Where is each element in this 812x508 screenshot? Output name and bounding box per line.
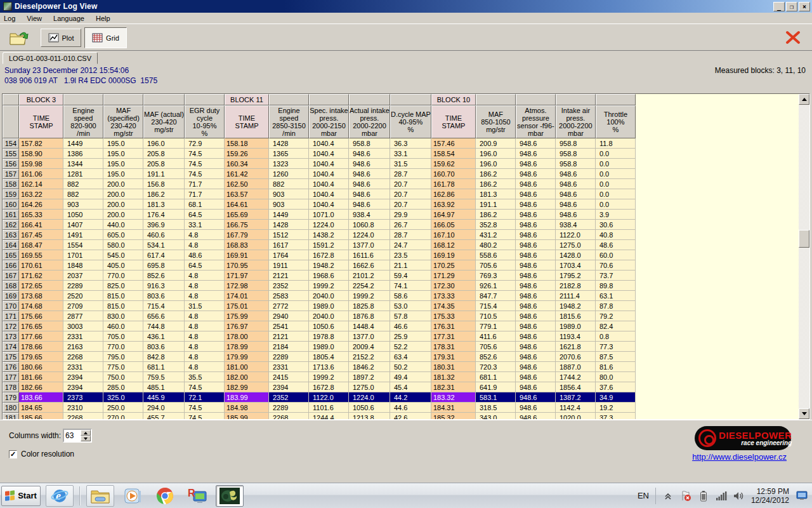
grid-cell[interactable]: 2940 bbox=[269, 311, 309, 321]
start-button[interactable]: Start bbox=[1, 486, 41, 506]
grid-cell[interactable]: 1795.2 bbox=[556, 271, 596, 281]
language-indicator[interactable]: EN bbox=[638, 491, 649, 500]
grid-cell[interactable]: 948.6 bbox=[516, 342, 556, 352]
grid-cell[interactable]: 1050.6 bbox=[349, 403, 390, 413]
internet-explorer-icon[interactable]: e bbox=[46, 485, 74, 507]
grid-cell[interactable]: 63.1 bbox=[596, 291, 636, 301]
grid-cell[interactable]: 656.6 bbox=[143, 311, 185, 321]
grid-cell[interactable]: 815.0 bbox=[103, 291, 143, 301]
grid-cell[interactable]: 4.8 bbox=[185, 291, 225, 301]
grid-cell[interactable]: 0.8 bbox=[596, 331, 636, 342]
grid-cell[interactable]: 156.8 bbox=[143, 179, 185, 189]
grid-cell[interactable]: 1050 bbox=[63, 210, 103, 220]
grid-cell[interactable]: 436.1 bbox=[143, 331, 185, 342]
grid-cell[interactable]: 2152.2 bbox=[349, 352, 390, 362]
grid-cell[interactable]: 558.6 bbox=[476, 250, 516, 260]
grid-cell[interactable]: 903 bbox=[63, 199, 103, 210]
grid-cell[interactable]: 170.25 bbox=[431, 260, 476, 271]
grid-cell[interactable]: 1344 bbox=[63, 159, 103, 169]
spinner-up-button[interactable] bbox=[81, 430, 91, 436]
row-number[interactable]: 156 bbox=[3, 159, 19, 169]
grid-cell[interactable]: 1744.2 bbox=[556, 372, 596, 382]
grid-cell[interactable]: 2394 bbox=[63, 372, 103, 382]
grid-cell[interactable]: 23.5 bbox=[390, 250, 431, 260]
grid-cell[interactable]: 948.6 bbox=[516, 149, 556, 159]
grid-cell[interactable]: 2373 bbox=[63, 392, 103, 403]
grid-cell[interactable]: 195.0 bbox=[103, 159, 143, 169]
grid-cell[interactable]: 1050.6 bbox=[309, 321, 349, 331]
grid-cell[interactable]: 948.6 bbox=[516, 271, 556, 281]
show-hidden-icons-chevron[interactable] bbox=[662, 490, 674, 502]
grid-cell[interactable]: 175.01 bbox=[225, 301, 269, 311]
row-number[interactable]: 165 bbox=[3, 250, 19, 260]
grid-cell[interactable]: 830.0 bbox=[103, 311, 143, 321]
row-number[interactable]: 160 bbox=[3, 199, 19, 210]
grid-cell[interactable]: 167.79 bbox=[225, 230, 269, 240]
grid-cell[interactable]: 958.8 bbox=[556, 159, 596, 169]
taskbar-clock[interactable]: 12:59 PM 12/24/2012 bbox=[751, 487, 789, 505]
grid-cell[interactable]: 185.32 bbox=[431, 413, 476, 420]
grid-cell[interactable]: 164.26 bbox=[19, 199, 63, 210]
grid-cell[interactable]: 1449 bbox=[269, 210, 309, 220]
grid-cell[interactable]: 948.6 bbox=[556, 179, 596, 189]
grid-cell[interactable]: 1428 bbox=[269, 138, 309, 149]
menu-log[interactable]: Log bbox=[4, 15, 15, 22]
grid-cell[interactable]: 948.6 bbox=[516, 169, 556, 179]
grid-cell[interactable]: 165.69 bbox=[225, 210, 269, 220]
grid-cell[interactable]: 2037 bbox=[63, 271, 103, 281]
grid-cell[interactable]: 46.6 bbox=[390, 321, 431, 331]
grid-cell[interactable]: 948.6 bbox=[516, 352, 556, 362]
row-number[interactable]: 176 bbox=[3, 362, 19, 372]
grid-cell[interactable]: 948.6 bbox=[516, 189, 556, 199]
grid-cell[interactable]: 0.0 bbox=[596, 179, 636, 189]
grid-cell[interactable]: 2268 bbox=[63, 352, 103, 362]
grid-cell[interactable]: 2310 bbox=[63, 403, 103, 413]
grid-cell[interactable]: 25.9 bbox=[390, 331, 431, 342]
grid-cell[interactable]: 460.0 bbox=[103, 321, 143, 331]
grid-cell[interactable]: 605.0 bbox=[103, 230, 143, 240]
grid-cell[interactable]: 1040.4 bbox=[309, 169, 349, 179]
grid-cell[interactable]: 1848 bbox=[63, 260, 103, 271]
row-number[interactable]: 178 bbox=[3, 382, 19, 392]
scroll-up-button[interactable] bbox=[799, 94, 809, 105]
grid-cell[interactable]: 59.4 bbox=[390, 271, 431, 281]
grid-cell[interactable]: 1040.4 bbox=[309, 189, 349, 199]
grid-cell[interactable]: 63.4 bbox=[390, 352, 431, 362]
grid-cell[interactable]: 160.34 bbox=[225, 159, 269, 169]
grid-cell[interactable]: 2101.2 bbox=[349, 271, 390, 281]
grid-cell[interactable]: 948.6 bbox=[516, 291, 556, 301]
plot-tab-button[interactable]: Plot bbox=[41, 29, 81, 47]
grid-cell[interactable]: 159.98 bbox=[19, 159, 63, 169]
grid-cell[interactable]: 903 bbox=[269, 189, 309, 199]
row-number[interactable]: 161 bbox=[3, 210, 19, 220]
grid-cell[interactable]: 176.31 bbox=[431, 321, 476, 331]
grid-cell[interactable]: 2111.4 bbox=[556, 291, 596, 301]
grid-cell[interactable]: 53.0 bbox=[390, 301, 431, 311]
grid-cell[interactable]: 2331 bbox=[63, 331, 103, 342]
grid-cell[interactable]: 162.50 bbox=[225, 179, 269, 189]
grid-cell[interactable]: 2121 bbox=[269, 271, 309, 281]
remote-desktop-icon[interactable]: R bbox=[183, 485, 211, 507]
grid-cell[interactable]: 2163 bbox=[63, 342, 103, 352]
grid-cell[interactable]: 1387.2 bbox=[556, 392, 596, 403]
grid-cell[interactable]: 157.46 bbox=[431, 138, 476, 149]
grid-cell[interactable]: 2184 bbox=[269, 342, 309, 352]
grid-cell[interactable]: 775.0 bbox=[103, 362, 143, 372]
grid-cell[interactable]: 49.4 bbox=[390, 372, 431, 382]
grid-cell[interactable]: 163.57 bbox=[225, 189, 269, 199]
row-number[interactable]: 171 bbox=[3, 311, 19, 321]
grid-cell[interactable]: 172.98 bbox=[225, 281, 269, 291]
menu-help[interactable]: Help bbox=[96, 15, 110, 22]
grid-cell[interactable]: 167.10 bbox=[431, 230, 476, 240]
grid-cell[interactable]: 903 bbox=[269, 199, 309, 210]
grid-cell[interactable]: 205.8 bbox=[143, 149, 185, 159]
menu-language[interactable]: Language bbox=[53, 15, 84, 22]
grid-cell[interactable]: 4.8 bbox=[185, 230, 225, 240]
grid-cell[interactable]: 431.2 bbox=[476, 230, 516, 240]
grid-cell[interactable]: 1377.0 bbox=[349, 240, 390, 250]
grid-cell[interactable]: 4.8 bbox=[185, 240, 225, 250]
grid-cell[interactable]: 166.75 bbox=[225, 220, 269, 230]
row-number[interactable]: 170 bbox=[3, 301, 19, 311]
grid-cell[interactable]: 58.6 bbox=[390, 291, 431, 301]
grid-cell[interactable]: 171.62 bbox=[19, 271, 63, 281]
